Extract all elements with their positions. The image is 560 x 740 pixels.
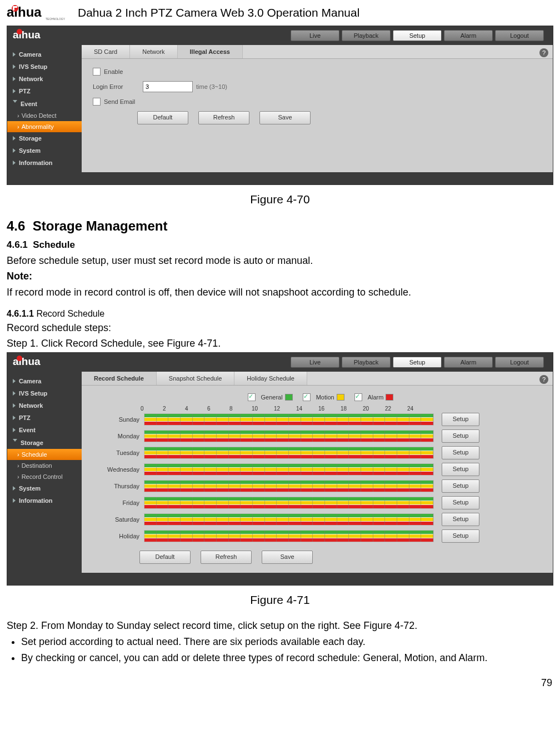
chevron-right-icon (13, 498, 16, 503)
dahua-logo-icon: alhua (13, 29, 63, 42)
nav-alarm[interactable]: Alarm (444, 357, 493, 368)
day-label: Thursday (96, 483, 144, 489)
nav-playback[interactable]: Playback (342, 357, 391, 368)
chevron-right-icon (13, 428, 16, 432)
setup-button[interactable]: Setup (442, 413, 479, 426)
sidebar-item-camera[interactable]: Camera (7, 48, 82, 61)
sidebar-item-ivs[interactable]: IVS Setup (7, 61, 82, 73)
schedule-row: MondaySetup (96, 429, 545, 443)
tab-sd-card[interactable]: SD Card (82, 45, 130, 58)
default-button[interactable]: Default (139, 551, 191, 564)
sidebar-item-information[interactable]: Information (7, 494, 82, 507)
tab-snapshot-schedule[interactable]: Snapshot Schedule (157, 372, 234, 385)
enable-checkbox[interactable] (93, 68, 101, 76)
svg-rect-3 (13, 6, 17, 8)
dahua-logo-icon: alhua TECHNOLOGY (7, 4, 68, 21)
schedule-bars (144, 413, 434, 426)
setup-button[interactable]: Setup (442, 446, 479, 459)
list-item: By checking or cancel, you can add or de… (21, 651, 553, 665)
save-button[interactable]: Save (259, 111, 311, 124)
sidebar-sub-schedule[interactable]: ›Schedule (7, 449, 82, 460)
figure-caption: Figure 4-70 (7, 193, 553, 206)
help-icon[interactable]: ? (539, 48, 548, 57)
sidebar-item-network[interactable]: Network (7, 73, 82, 85)
setup-button[interactable]: Setup (442, 429, 479, 443)
axis-tick: 22 (385, 406, 407, 412)
body-list: Set period according to actual need. The… (21, 635, 553, 665)
chevron-right-icon (13, 416, 16, 420)
chevron-right-icon (13, 486, 16, 491)
default-button[interactable]: Default (137, 111, 188, 124)
chart-axis: 024681012141618202224 (141, 406, 545, 412)
legend-general-checkbox[interactable] (248, 393, 256, 401)
tab-holiday-schedule[interactable]: Holiday Schedule (234, 372, 307, 385)
sidebar-item-storage[interactable]: Storage (7, 436, 82, 449)
setup-button[interactable]: Setup (442, 479, 479, 493)
tab-record-schedule[interactable]: Record Schedule (82, 372, 157, 385)
day-label: Friday (96, 499, 144, 506)
body-text: If record mode in record control is off,… (7, 286, 553, 299)
sidebar-item-storage[interactable]: Storage (7, 132, 82, 144)
sidebar-item-system[interactable]: System (7, 144, 82, 157)
nav-live[interactable]: Live (291, 357, 339, 368)
chevron-right-icon (13, 64, 16, 69)
chart-legend: General Motion Alarm (96, 393, 545, 401)
body-text: Before schedule setup, user must set rec… (7, 254, 553, 267)
legend-alarm-checkbox[interactable] (354, 393, 362, 401)
sidebar-item-information[interactable]: Information (7, 157, 82, 169)
refresh-button[interactable]: Refresh (198, 111, 249, 124)
tab-network[interactable]: Network (130, 45, 177, 58)
day-label: Sunday (96, 416, 144, 423)
svg-point-6 (17, 29, 22, 34)
login-error-input[interactable] (143, 81, 193, 92)
tab-bar: Record Schedule Snapshot Schedule Holida… (82, 372, 553, 386)
nav-logout[interactable]: Logout (495, 357, 544, 368)
save-button[interactable]: Save (262, 551, 313, 564)
sidebar-item-network[interactable]: Network (7, 399, 82, 412)
sidebar-item-ptz[interactable]: PTZ (7, 412, 82, 424)
axis-tick: 6 (207, 406, 229, 412)
nav-setup[interactable]: Setup (393, 357, 442, 368)
chevron-right-icon (13, 136, 16, 141)
send-email-checkbox[interactable] (93, 98, 101, 106)
sidebar-item-ivs[interactable]: IVS Setup (7, 387, 82, 399)
legend-motion-checkbox[interactable] (303, 393, 311, 401)
nav-logout[interactable]: Logout (495, 30, 544, 41)
sidebar-item-system[interactable]: System (7, 482, 82, 494)
setup-button[interactable]: Setup (442, 529, 479, 543)
chevron-down-icon (13, 100, 17, 105)
nav-alarm[interactable]: Alarm (444, 30, 493, 41)
sidebar-sub-destination[interactable]: ›Destination (7, 460, 82, 471)
axis-tick: 8 (229, 406, 252, 412)
sidebar-item-ptz[interactable]: PTZ (7, 85, 82, 97)
sidebar-sub-abnormality[interactable]: ›Abnormality (7, 121, 82, 132)
chevron-right-icon (13, 77, 16, 81)
tab-illegal-access[interactable]: Illegal Access (178, 45, 243, 58)
setup-button[interactable]: Setup (442, 463, 479, 476)
document-title: Dahua 2 Inch PTZ Camera Web 3.0 Operatio… (78, 6, 359, 19)
chevron-right-icon (13, 52, 16, 57)
sidebar-item-camera[interactable]: Camera (7, 375, 82, 387)
schedule-bars (144, 497, 434, 509)
nav-setup[interactable]: Setup (393, 30, 442, 41)
setup-button[interactable]: Setup (442, 513, 479, 526)
sidebar-sub-record-control[interactable]: ›Record Control (7, 471, 82, 482)
nav-live[interactable]: Live (291, 30, 339, 41)
section-heading: 4.6 Storage Management (7, 218, 553, 234)
arrow-icon: › (17, 112, 19, 119)
axis-tick: 20 (363, 406, 385, 412)
refresh-button[interactable]: Refresh (201, 551, 252, 564)
chevron-right-icon (13, 148, 16, 153)
sidebar-sub-video-detect[interactable]: ›Video Detect (7, 110, 82, 121)
setup-button[interactable]: Setup (442, 496, 479, 509)
sidebar-item-event[interactable]: Event (7, 424, 82, 436)
chevron-right-icon (13, 391, 16, 396)
nav-playback[interactable]: Playback (342, 30, 391, 41)
sidebar-item-event[interactable]: Event (7, 97, 82, 110)
day-label: Tuesday (96, 449, 144, 456)
enable-label: Enable (104, 68, 123, 75)
schedule-row: SundaySetup (96, 413, 545, 426)
day-label: Wednesday (96, 466, 144, 473)
axis-tick: 16 (318, 406, 341, 412)
note-label: Note: (7, 269, 553, 283)
